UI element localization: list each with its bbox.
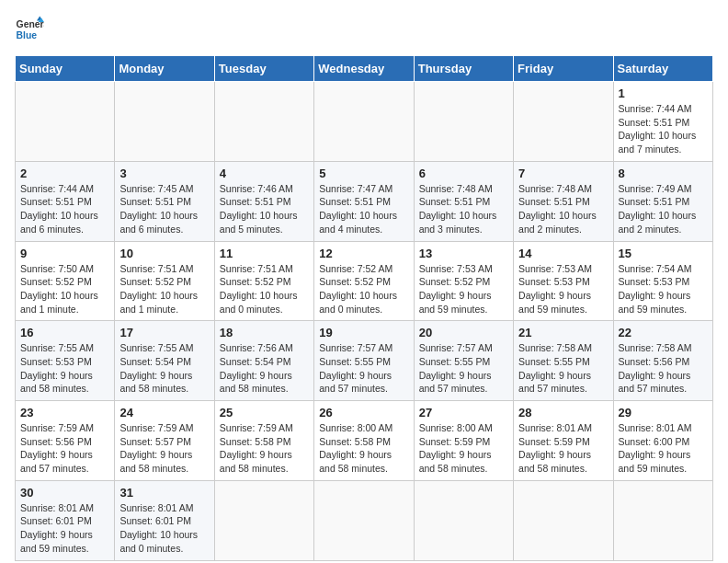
day-number: 14 [518, 247, 608, 260]
calendar-day-cell: 9 Sunrise: 7:50 AMSunset: 5:52 PMDayligh… [16, 241, 115, 321]
day-number: 31 [119, 486, 209, 500]
calendar-day-cell [16, 82, 115, 162]
calendar-day-cell: 6 Sunrise: 7:48 AMSunset: 5:51 PMDayligh… [414, 161, 513, 241]
logo: General Blue [15, 15, 44, 44]
day-of-week-header: Friday [514, 56, 613, 82]
day-detail: Sunrise: 7:48 AMSunset: 5:51 PMDaylight:… [419, 183, 497, 235]
day-detail: Sunrise: 7:51 AMSunset: 5:52 PMDaylight:… [220, 263, 298, 315]
day-number: 18 [220, 326, 309, 339]
calendar-day-cell: 27 Sunrise: 8:00 AMSunset: 5:59 PMDaylig… [414, 401, 513, 481]
day-number: 2 [20, 167, 109, 180]
day-of-week-header: Sunday [16, 56, 115, 82]
day-of-week-header: Thursday [414, 56, 513, 82]
day-detail: Sunrise: 7:57 AMSunset: 5:55 PMDaylight:… [419, 342, 493, 394]
calendar-header-row: SundayMondayTuesdayWednesdayThursdayFrid… [16, 56, 713, 82]
calendar-day-cell: 1 Sunrise: 7:44 AMSunset: 5:51 PMDayligh… [613, 82, 712, 162]
calendar-week-row: 1 Sunrise: 7:44 AMSunset: 5:51 PMDayligh… [16, 82, 713, 162]
calendar-day-cell: 22 Sunrise: 7:58 AMSunset: 5:56 PMDaylig… [613, 321, 712, 401]
calendar-day-cell: 19 Sunrise: 7:57 AMSunset: 5:55 PMDaylig… [314, 321, 414, 401]
day-of-week-header: Wednesday [314, 56, 414, 82]
day-number: 10 [119, 247, 209, 260]
day-detail: Sunrise: 7:50 AMSunset: 5:52 PMDaylight:… [20, 263, 98, 315]
day-number: 24 [119, 406, 209, 419]
day-detail: Sunrise: 7:45 AMSunset: 5:51 PMDaylight:… [119, 183, 198, 235]
calendar-day-cell [414, 480, 513, 560]
calendar-day-cell: 14 Sunrise: 7:53 AMSunset: 5:53 PMDaylig… [514, 241, 613, 321]
day-detail: Sunrise: 7:46 AMSunset: 5:51 PMDaylight:… [220, 183, 298, 235]
calendar-day-cell: 21 Sunrise: 7:58 AMSunset: 5:55 PMDaylig… [514, 321, 613, 401]
calendar-body: 1 Sunrise: 7:44 AMSunset: 5:51 PMDayligh… [16, 82, 713, 561]
calendar-day-cell: 31 Sunrise: 8:01 AMSunset: 6:01 PMDaylig… [115, 480, 214, 560]
day-detail: Sunrise: 7:59 AMSunset: 5:58 PMDaylight:… [220, 422, 293, 474]
calendar-day-cell: 26 Sunrise: 8:00 AMSunset: 5:58 PMDaylig… [314, 401, 414, 481]
calendar-day-cell [214, 82, 313, 162]
svg-text:Blue: Blue [17, 30, 38, 40]
calendar-day-cell: 13 Sunrise: 7:53 AMSunset: 5:52 PMDaylig… [414, 241, 513, 321]
day-number: 27 [419, 406, 508, 419]
calendar-day-cell [514, 82, 613, 162]
calendar-table: SundayMondayTuesdayWednesdayThursdayFrid… [15, 55, 713, 561]
day-detail: Sunrise: 7:44 AMSunset: 5:51 PMDaylight:… [20, 183, 98, 235]
calendar-day-cell: 7 Sunrise: 7:48 AMSunset: 5:51 PMDayligh… [514, 161, 613, 241]
calendar-day-cell: 5 Sunrise: 7:47 AMSunset: 5:51 PMDayligh… [314, 161, 414, 241]
day-detail: Sunrise: 7:49 AMSunset: 5:51 PMDaylight:… [619, 183, 697, 235]
calendar-day-cell: 20 Sunrise: 7:57 AMSunset: 5:55 PMDaylig… [414, 321, 513, 401]
calendar-day-cell: 2 Sunrise: 7:44 AMSunset: 5:51 PMDayligh… [16, 161, 115, 241]
day-number: 15 [619, 247, 708, 260]
day-detail: Sunrise: 8:00 AMSunset: 5:58 PMDaylight:… [319, 422, 392, 474]
day-number: 19 [319, 326, 408, 339]
day-number: 25 [220, 406, 309, 419]
calendar-day-cell [514, 480, 613, 560]
day-detail: Sunrise: 7:59 AMSunset: 5:57 PMDaylight:… [119, 422, 193, 474]
day-detail: Sunrise: 8:01 AMSunset: 6:01 PMDaylight:… [119, 502, 198, 554]
day-detail: Sunrise: 7:53 AMSunset: 5:52 PMDaylight:… [419, 263, 493, 315]
page-header: General Blue [15, 15, 713, 44]
day-detail: Sunrise: 7:52 AMSunset: 5:52 PMDaylight:… [319, 263, 397, 315]
day-number: 9 [20, 247, 109, 260]
calendar-day-cell: 17 Sunrise: 7:55 AMSunset: 5:54 PMDaylig… [115, 321, 214, 401]
calendar-day-cell: 28 Sunrise: 8:01 AMSunset: 5:59 PMDaylig… [514, 401, 613, 481]
calendar-day-cell: 11 Sunrise: 7:51 AMSunset: 5:52 PMDaylig… [214, 241, 313, 321]
logo-icon: General Blue [15, 15, 44, 44]
calendar-day-cell [613, 480, 712, 560]
day-number: 12 [319, 247, 408, 260]
day-number: 7 [518, 167, 608, 180]
calendar-week-row: 23 Sunrise: 7:59 AMSunset: 5:56 PMDaylig… [16, 401, 713, 481]
calendar-day-cell [414, 82, 513, 162]
calendar-day-cell: 25 Sunrise: 7:59 AMSunset: 5:58 PMDaylig… [214, 401, 313, 481]
day-detail: Sunrise: 8:00 AMSunset: 5:59 PMDaylight:… [419, 422, 493, 474]
day-number: 29 [619, 406, 708, 419]
calendar-week-row: 30 Sunrise: 8:01 AMSunset: 6:01 PMDaylig… [16, 480, 713, 560]
calendar-header: SundayMondayTuesdayWednesdayThursdayFrid… [16, 56, 713, 82]
calendar-week-row: 2 Sunrise: 7:44 AMSunset: 5:51 PMDayligh… [16, 161, 713, 241]
day-detail: Sunrise: 7:53 AMSunset: 5:53 PMDaylight:… [518, 263, 592, 315]
day-detail: Sunrise: 7:48 AMSunset: 5:51 PMDaylight:… [518, 183, 597, 235]
day-number: 26 [319, 406, 408, 419]
day-detail: Sunrise: 7:56 AMSunset: 5:54 PMDaylight:… [220, 342, 293, 394]
day-number: 5 [319, 167, 408, 180]
day-detail: Sunrise: 7:57 AMSunset: 5:55 PMDaylight:… [319, 342, 392, 394]
day-number: 28 [518, 406, 608, 419]
day-detail: Sunrise: 7:54 AMSunset: 5:53 PMDaylight:… [619, 263, 692, 315]
day-number: 4 [220, 167, 309, 180]
day-number: 13 [419, 247, 508, 260]
calendar-day-cell: 30 Sunrise: 8:01 AMSunset: 6:01 PMDaylig… [16, 480, 115, 560]
day-number: 23 [20, 406, 109, 419]
day-number: 30 [20, 486, 109, 500]
day-detail: Sunrise: 8:01 AMSunset: 6:01 PMDaylight:… [20, 502, 94, 554]
calendar-day-cell: 16 Sunrise: 7:55 AMSunset: 5:53 PMDaylig… [16, 321, 115, 401]
calendar-day-cell: 24 Sunrise: 7:59 AMSunset: 5:57 PMDaylig… [115, 401, 214, 481]
day-number: 20 [419, 326, 508, 339]
calendar-day-cell: 12 Sunrise: 7:52 AMSunset: 5:52 PMDaylig… [314, 241, 414, 321]
day-number: 21 [518, 326, 608, 339]
calendar-day-cell [314, 480, 414, 560]
day-number: 3 [119, 167, 209, 180]
calendar-week-row: 16 Sunrise: 7:55 AMSunset: 5:53 PMDaylig… [16, 321, 713, 401]
day-of-week-header: Monday [115, 56, 214, 82]
calendar-day-cell: 29 Sunrise: 8:01 AMSunset: 6:00 PMDaylig… [613, 401, 712, 481]
day-detail: Sunrise: 7:58 AMSunset: 5:56 PMDaylight:… [619, 342, 692, 394]
day-number: 11 [220, 247, 309, 260]
day-number: 17 [119, 326, 209, 339]
day-of-week-header: Tuesday [214, 56, 313, 82]
day-detail: Sunrise: 7:59 AMSunset: 5:56 PMDaylight:… [20, 422, 94, 474]
